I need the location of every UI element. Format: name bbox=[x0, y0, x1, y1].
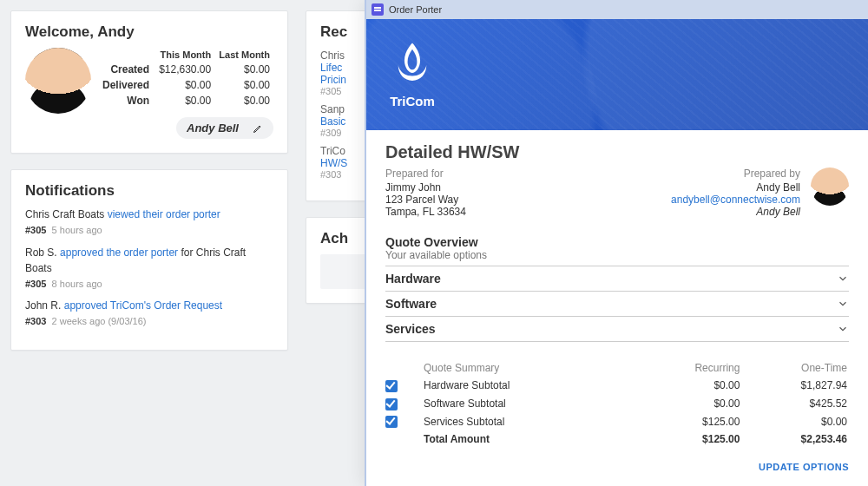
notif-who: Rob S. bbox=[25, 246, 57, 259]
quote-summary-table: Quote Summary Recurring One-Time Hardwar… bbox=[385, 359, 849, 448]
prepared-by-email[interactable]: andybell@connectwise.com bbox=[671, 194, 800, 206]
update-options-button[interactable]: UPDATE OPTIONS bbox=[759, 458, 849, 476]
notifications-card: Notifications Chris Craft Boats viewed t… bbox=[10, 169, 288, 351]
stat-value: $0.00 bbox=[214, 62, 273, 77]
accordion-label: Services bbox=[385, 322, 436, 336]
notif-action: viewed their order porter bbox=[108, 208, 220, 220]
notif-who: Chris Craft Boats bbox=[25, 208, 104, 220]
notif-when: 8 hours ago bbox=[52, 279, 102, 289]
stat-label: Delivered bbox=[98, 77, 155, 93]
notif-tag: #305 bbox=[25, 279, 46, 289]
welcome-heading: Welcome, Andy bbox=[25, 23, 273, 41]
user-avatar bbox=[25, 48, 91, 114]
summary-head-onetime: One-Time bbox=[741, 359, 849, 377]
app-icon bbox=[372, 3, 384, 16]
summary-item-recurring: $125.00 bbox=[637, 413, 742, 431]
window-titlebar[interactable]: Order Porter bbox=[366, 0, 868, 19]
prepared-for-addr2: Tampa, FL 33634 bbox=[385, 206, 588, 218]
user-name: Andy Bell bbox=[187, 122, 239, 135]
notification-item[interactable]: Rob S. approved the order porter for Chr… bbox=[25, 245, 273, 292]
notification-item[interactable]: Chris Craft Boats viewed their order por… bbox=[25, 207, 273, 238]
prepared-for-addr1: 123 Parcel Way bbox=[385, 194, 588, 206]
summary-row: Hardware Subtotal$0.00$1,827.94 bbox=[385, 377, 849, 395]
summary-item-recurring: $0.00 bbox=[637, 395, 742, 413]
checkbox[interactable] bbox=[385, 380, 398, 392]
stat-value: $12,630.00 bbox=[155, 62, 214, 77]
accordion-label: Hardware bbox=[385, 272, 441, 286]
brand-name: TriCom bbox=[390, 94, 435, 108]
stat-value: $0.00 bbox=[214, 77, 273, 93]
notif-tag: #303 bbox=[25, 316, 46, 326]
stat-label: Won bbox=[98, 93, 155, 108]
stats-table: This Month Last Month Created $12,630.00… bbox=[98, 48, 273, 108]
summary-row: Services Subtotal$125.00$0.00 bbox=[385, 413, 849, 431]
chevron-down-icon bbox=[837, 273, 849, 285]
banner: TriCom bbox=[366, 19, 868, 130]
notif-tag: #305 bbox=[25, 225, 46, 235]
notif-who: John R. bbox=[25, 299, 61, 312]
summary-item-label: Hardware Subtotal bbox=[403, 377, 637, 395]
stats-header-last-month: Last Month bbox=[214, 48, 273, 62]
chevron-down-icon bbox=[837, 323, 849, 335]
quote-overview-subtitle: Your available options bbox=[385, 249, 849, 261]
welcome-card: Welcome, Andy This Month Last Month Crea… bbox=[10, 10, 288, 154]
pencil-icon bbox=[253, 123, 263, 134]
stats-header-this-month: This Month bbox=[155, 48, 214, 62]
accordion-section[interactable]: Hardware bbox=[385, 266, 849, 292]
notif-when: 2 weeks ago (9/03/16) bbox=[52, 316, 147, 326]
checkbox[interactable] bbox=[385, 398, 398, 410]
quote-title: Detailed HW/SW bbox=[385, 142, 849, 162]
prepared-by-signature: Andy Bell bbox=[598, 206, 800, 218]
prepared-by-avatar bbox=[811, 167, 849, 206]
window-title: Order Porter bbox=[389, 4, 442, 15]
prepared-for-name: Jimmy John bbox=[385, 181, 588, 194]
summary-total-onetime: $2,253.46 bbox=[741, 430, 849, 448]
prepared-by-name: Andy Bell bbox=[598, 181, 800, 194]
notif-action: approved the order porter bbox=[60, 246, 178, 259]
summary-item-onetime: $0.00 bbox=[741, 413, 849, 431]
notif-when: 5 hours ago bbox=[52, 225, 102, 235]
summary-item-recurring: $0.00 bbox=[637, 377, 742, 395]
summary-total-label: Total Amount bbox=[403, 430, 637, 448]
edit-name-pill[interactable]: Andy Bell bbox=[176, 117, 273, 139]
stat-value: $0.00 bbox=[214, 93, 273, 108]
notification-item[interactable]: John R. approved TriCom's Order Request#… bbox=[25, 298, 273, 329]
accordion-section[interactable]: Services bbox=[385, 316, 849, 342]
summary-head-label: Quote Summary bbox=[403, 359, 637, 377]
summary-item-label: Services Subtotal bbox=[403, 413, 637, 431]
accordion-section[interactable]: Software bbox=[385, 291, 849, 317]
summary-head-recurring: Recurring bbox=[637, 359, 742, 377]
chevron-down-icon bbox=[837, 298, 849, 310]
brand-flame-icon bbox=[387, 38, 437, 89]
quote-overview-title: Quote Overview bbox=[385, 235, 849, 249]
notif-action: approved TriCom's Order Request bbox=[64, 299, 222, 312]
summary-item-label: Software Subtotal bbox=[403, 395, 637, 413]
order-porter-window: Order Porter TriCom Detailed HW/SW Prepa… bbox=[365, 0, 868, 486]
stat-value: $0.00 bbox=[155, 93, 214, 108]
notifications-heading: Notifications bbox=[25, 182, 273, 200]
stat-value: $0.00 bbox=[155, 77, 214, 93]
summary-item-onetime: $1,827.94 bbox=[741, 377, 849, 395]
stat-label: Created bbox=[98, 62, 155, 77]
summary-row: Software Subtotal$0.00$425.52 bbox=[385, 395, 849, 413]
accordion-label: Software bbox=[385, 297, 437, 311]
prepared-for-label: Prepared for bbox=[385, 167, 588, 180]
prepared-by-label: Prepared by bbox=[598, 167, 800, 180]
checkbox[interactable] bbox=[385, 416, 398, 428]
summary-total-recurring: $125.00 bbox=[637, 430, 742, 448]
summary-item-onetime: $425.52 bbox=[741, 395, 849, 413]
